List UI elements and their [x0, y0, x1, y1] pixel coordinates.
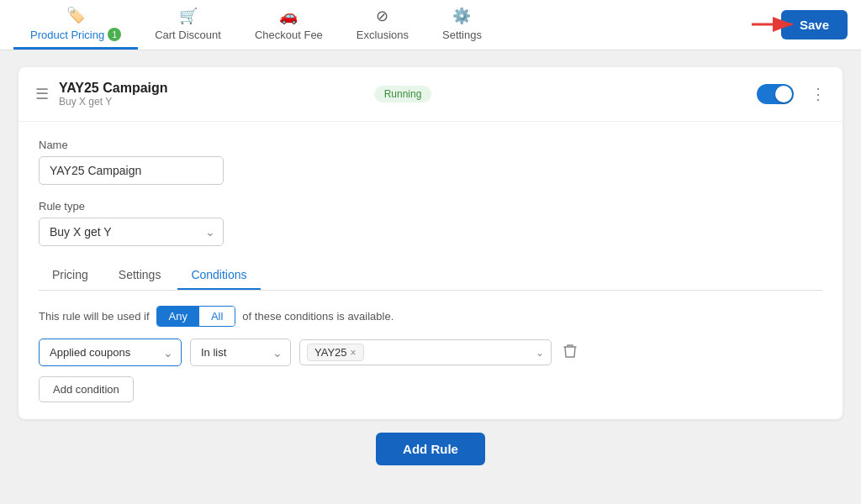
- checkout-fee-icon: 🚗: [279, 7, 298, 25]
- condition-row: Applied coupons Product Category User ro…: [39, 339, 822, 366]
- save-arrow: [752, 12, 802, 37]
- tab-label-settings: Settings: [442, 29, 482, 41]
- tab-conditions[interactable]: Conditions: [177, 261, 260, 290]
- tab-pricing-label: Pricing: [52, 268, 88, 281]
- rule-type-select[interactable]: Buy X get Y: [39, 218, 224, 246]
- condition-operator-select[interactable]: In list Not in list: [190, 339, 291, 366]
- campaign-toggle[interactable]: [757, 84, 794, 104]
- all-button[interactable]: All: [199, 307, 235, 326]
- tag-dropdown-icon[interactable]: ⌄: [536, 347, 544, 359]
- delete-condition-button[interactable]: [560, 340, 580, 365]
- condition-value-input[interactable]: YAY25 × ⌄: [299, 339, 552, 365]
- tab-badge-product-pricing: 1: [108, 28, 121, 41]
- rule-type-label: Rule type: [39, 200, 822, 213]
- settings-icon: ⚙️: [452, 7, 471, 25]
- conditions-prefix-text: This rule will be used if: [39, 310, 150, 323]
- tab-inner-settings[interactable]: Settings: [105, 261, 175, 290]
- cart-discount-icon: 🛒: [179, 7, 198, 25]
- condition-field-wrapper: Applied coupons Product Category User ro…: [39, 339, 182, 366]
- trash-icon: [563, 344, 577, 359]
- tab-cart-discount[interactable]: 🛒 Cart Discount: [138, 0, 238, 50]
- tab-checkout-fee[interactable]: 🚗 Checkout Fee: [238, 0, 340, 50]
- tag-label: YAY25: [314, 346, 347, 359]
- name-label: Name: [39, 139, 822, 151]
- name-input[interactable]: [39, 156, 224, 185]
- more-options-icon[interactable]: ⋮: [811, 85, 826, 103]
- campaign-subtitle: Buy X get Y: [59, 96, 364, 108]
- campaign-info: YAY25 Campaign Buy X get Y: [59, 81, 364, 108]
- tab-label-product-pricing: Product Pricing: [30, 29, 104, 41]
- tab-label-exclusions: Exclusions: [357, 29, 409, 41]
- campaign-card: ☰ YAY25 Campaign Buy X get Y Running ⋮ N…: [18, 67, 843, 419]
- tag-close-icon[interactable]: ×: [351, 347, 357, 359]
- card-header: ☰ YAY25 Campaign Buy X get Y Running ⋮: [18, 67, 843, 122]
- exclusions-icon: ⊘: [376, 7, 388, 25]
- tab-settings[interactable]: ⚙️ Settings: [425, 0, 499, 50]
- product-pricing-icon: 🏷️: [66, 6, 85, 24]
- tab-conditions-label: Conditions: [191, 268, 246, 281]
- toggle-knob: [775, 86, 792, 102]
- tag-inner-input[interactable]: [367, 346, 532, 359]
- tab-pricing[interactable]: Pricing: [39, 261, 102, 290]
- any-button[interactable]: Any: [157, 307, 199, 326]
- tab-label-cart-discount: Cart Discount: [155, 29, 221, 41]
- condition-operator-wrapper: In list Not in list: [190, 339, 291, 366]
- tab-label-checkout-fee: Checkout Fee: [255, 29, 323, 41]
- condition-field-select[interactable]: Applied coupons Product Category User ro…: [39, 339, 182, 366]
- main-content: ☰ YAY25 Campaign Buy X get Y Running ⋮ N…: [0, 50, 861, 504]
- any-all-group: Any All: [156, 306, 236, 327]
- hamburger-icon[interactable]: ☰: [35, 85, 49, 103]
- tab-product-pricing[interactable]: 🏷️ Product Pricing 1: [13, 0, 138, 50]
- add-condition-button[interactable]: Add condition: [39, 376, 134, 402]
- tag-yay25: YAY25 ×: [307, 344, 364, 361]
- status-badge: Running: [374, 86, 432, 102]
- nav-tabs: 🏷️ Product Pricing 1 🛒 Cart Discount 🚗 C…: [13, 0, 781, 50]
- inner-tabs: Pricing Settings Conditions: [39, 261, 822, 291]
- name-field-group: Name: [39, 139, 822, 185]
- add-rule-button[interactable]: Add Rule: [376, 433, 485, 465]
- tab-exclusions[interactable]: ⊘ Exclusions: [340, 0, 425, 50]
- card-body: Name Rule type Buy X get Y Pricing Setti: [18, 122, 843, 419]
- rule-type-select-wrapper: Buy X get Y: [39, 218, 224, 246]
- rule-type-field-group: Rule type Buy X get Y: [39, 200, 822, 246]
- header: 🏷️ Product Pricing 1 🛒 Cart Discount 🚗 C…: [0, 0, 861, 50]
- conditions-intro: This rule will be used if Any All of the…: [39, 306, 822, 327]
- campaign-title: YAY25 Campaign: [59, 81, 364, 96]
- tab-settings-label: Settings: [119, 268, 161, 281]
- conditions-suffix-text: of these conditions is available.: [242, 310, 394, 323]
